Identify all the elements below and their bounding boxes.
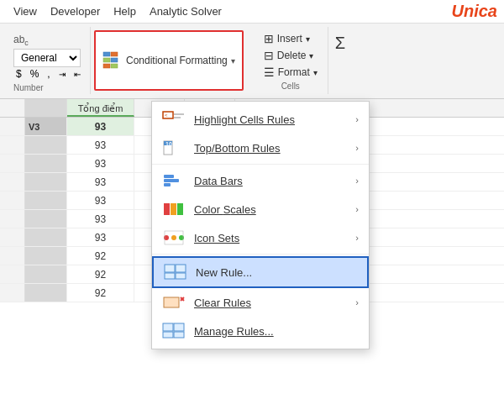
cell-f-4[interactable]: 93 bbox=[67, 173, 134, 191]
cf-label: Conditional Formatting bbox=[126, 55, 228, 66]
svg-rect-26 bbox=[176, 273, 186, 279]
color-scales-arrow: › bbox=[355, 204, 359, 214]
cf-dropdown-arrow: ▾ bbox=[231, 56, 235, 66]
increase-decimal-icon[interactable]: ⇥ bbox=[56, 69, 68, 80]
new-rule-label: New Rule... bbox=[196, 266, 357, 279]
ribbon: abc General $ % , ⇥ ⇤ Number Conditiona bbox=[0, 24, 504, 99]
icon-sets-icon bbox=[162, 228, 186, 247]
clear-rules-arrow: › bbox=[355, 297, 359, 307]
row-number bbox=[0, 284, 25, 302]
svg-rect-33 bbox=[174, 332, 184, 338]
col-header-f[interactable]: Tổng điểm bbox=[67, 99, 134, 117]
data-bars-arrow: › bbox=[355, 176, 359, 186]
cell-f-3[interactable]: 93 bbox=[67, 155, 134, 172]
delete-icon: ⊟ bbox=[264, 49, 274, 62]
dropdown-item-iconsets[interactable]: Icon Sets › bbox=[152, 223, 369, 252]
col-header-empty bbox=[25, 99, 67, 117]
svg-rect-0 bbox=[103, 52, 110, 56]
percent-icon[interactable]: % bbox=[28, 67, 42, 81]
svg-text:10: 10 bbox=[165, 141, 172, 147]
dropdown-item-newrule[interactable]: New Rule... bbox=[152, 256, 369, 288]
cell-f-5[interactable]: 93 bbox=[67, 192, 134, 209]
dropdown-item-highlight[interactable]: < Highlight Cells Rules › bbox=[152, 105, 369, 134]
delete-dropdown-arrow: ▾ bbox=[309, 51, 313, 60]
menu-developer[interactable]: Developer bbox=[44, 3, 107, 20]
menu-view[interactable]: View bbox=[7, 3, 44, 20]
menu-bar: View Developer Help Analytic Solver Unic… bbox=[0, 0, 504, 24]
dropdown-item-clearrules[interactable]: Clear Rules › bbox=[152, 288, 369, 317]
new-rule-icon bbox=[164, 263, 187, 281]
top-bottom-rules-icon: 10 bbox=[162, 139, 186, 157]
clear-rules-label: Clear Rules bbox=[194, 297, 347, 309]
highlight-cells-rules-label: Highlight Cells Rules bbox=[194, 113, 347, 126]
svg-rect-30 bbox=[163, 323, 173, 331]
col-f-label: Tổng điểm bbox=[78, 103, 123, 113]
conditional-formatting-icon bbox=[102, 50, 123, 71]
icon-sets-label: Icon Sets bbox=[194, 232, 347, 244]
svg-rect-13 bbox=[164, 175, 174, 178]
row-header-corner bbox=[0, 99, 25, 117]
row-label-v3: V3 bbox=[25, 118, 67, 135]
top-bottom-arrow: › bbox=[355, 143, 359, 153]
decrease-decimal-icon[interactable]: ⇤ bbox=[71, 69, 83, 80]
cells-group-label: Cells bbox=[260, 81, 321, 91]
row-label-3 bbox=[25, 155, 67, 172]
cell-f-2[interactable]: 93 bbox=[67, 136, 134, 154]
row-label-8 bbox=[25, 247, 67, 265]
row-number bbox=[0, 247, 25, 265]
insert-icon: ⊞ bbox=[264, 32, 274, 45]
cell-f-9[interactable]: 92 bbox=[67, 265, 134, 283]
top-bottom-rules-label: Top/Bottom Rules bbox=[194, 142, 347, 155]
divider-2 bbox=[152, 254, 369, 255]
color-scales-icon bbox=[162, 200, 186, 218]
cell-f-7[interactable]: 93 bbox=[67, 228, 134, 246]
currency-icon[interactable]: $ bbox=[13, 67, 24, 81]
row-label-4 bbox=[25, 173, 67, 191]
svg-rect-15 bbox=[164, 183, 171, 186]
svg-rect-4 bbox=[103, 64, 110, 68]
insert-button[interactable]: ⊞ Insert ▾ bbox=[260, 30, 321, 47]
cell-f-8[interactable]: 92 bbox=[67, 247, 134, 265]
format-icon: ☰ bbox=[264, 66, 275, 79]
clear-rules-icon bbox=[162, 293, 186, 312]
dropdown-item-managerules[interactable]: Manage Rules... bbox=[152, 317, 369, 345]
number-dropdown[interactable]: General bbox=[13, 49, 81, 67]
delete-label: Delete bbox=[277, 50, 307, 61]
svg-text:<: < bbox=[165, 113, 168, 118]
manage-rules-label: Manage Rules... bbox=[194, 325, 359, 338]
row-label-5 bbox=[25, 192, 67, 209]
svg-rect-14 bbox=[164, 179, 179, 182]
svg-rect-17 bbox=[171, 203, 176, 215]
cell-f-10[interactable]: 92 bbox=[67, 284, 134, 302]
unica-logo: Unica bbox=[452, 2, 497, 21]
dropdown-item-topbottom[interactable]: 10 Top/Bottom Rules › bbox=[152, 134, 369, 162]
data-bars-label: Data Bars bbox=[194, 175, 347, 187]
svg-rect-31 bbox=[163, 332, 173, 338]
conditional-formatting-button[interactable]: Conditional Formatting ▾ bbox=[94, 30, 244, 91]
data-bars-icon bbox=[162, 171, 186, 190]
insert-label: Insert bbox=[277, 33, 302, 45]
cell-f-1[interactable]: 93 bbox=[67, 118, 134, 135]
row-number bbox=[0, 136, 25, 154]
row-number bbox=[0, 155, 25, 172]
svg-rect-23 bbox=[165, 265, 175, 272]
menu-analytic-solver[interactable]: Analytic Solver bbox=[143, 3, 228, 20]
autosum-group: Σ bbox=[328, 27, 352, 60]
row-label-9 bbox=[25, 265, 67, 283]
sigma-icon[interactable]: Σ bbox=[335, 34, 345, 53]
cell-f-6[interactable]: 93 bbox=[67, 210, 134, 228]
conditional-formatting-dropdown: < Highlight Cells Rules › 10 Top/Bottom … bbox=[151, 101, 370, 349]
menu-help[interactable]: Help bbox=[107, 3, 143, 20]
row-number bbox=[0, 192, 25, 209]
format-button[interactable]: ☰ Format ▾ bbox=[260, 64, 321, 81]
dropdown-item-databars[interactable]: Data Bars › bbox=[152, 166, 369, 195]
svg-rect-1 bbox=[111, 52, 118, 56]
svg-point-20 bbox=[171, 235, 176, 240]
svg-rect-16 bbox=[164, 203, 170, 215]
row-number bbox=[0, 265, 25, 283]
comma-icon[interactable]: , bbox=[45, 67, 52, 81]
format-label: Format bbox=[278, 66, 310, 78]
delete-button[interactable]: ⊟ Delete ▾ bbox=[260, 47, 321, 64]
dropdown-item-colorscales[interactable]: Color Scales › bbox=[152, 195, 369, 223]
svg-rect-32 bbox=[174, 323, 184, 331]
